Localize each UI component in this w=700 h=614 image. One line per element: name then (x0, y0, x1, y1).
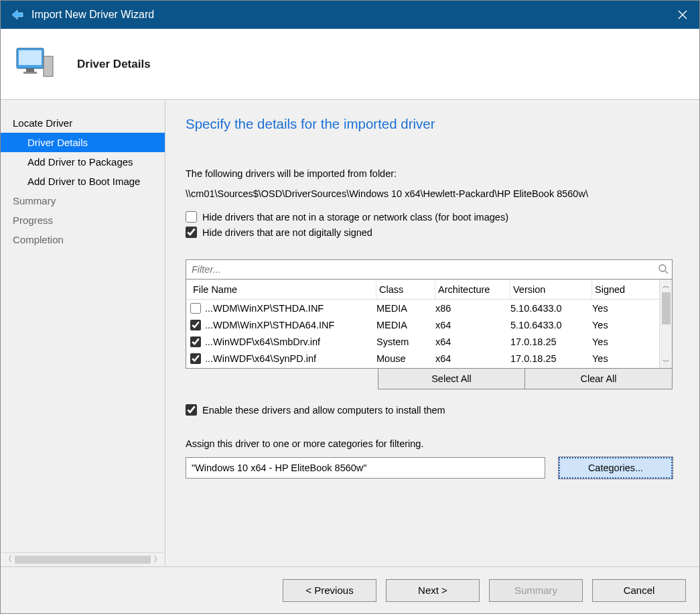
source-path: \\cm01\Sources$\OSD\DriverSources\Window… (186, 188, 673, 199)
sidebar-item-add-to-boot[interactable]: Add Driver to Boot Image (1, 172, 165, 191)
row-class: MEDIA (376, 320, 435, 330)
row-signed: Yes (592, 320, 646, 330)
hide-non-storage-checkbox[interactable] (186, 211, 197, 223)
row-arch: x86 (435, 303, 510, 314)
col-class[interactable]: Class (376, 280, 435, 299)
svg-point-5 (659, 265, 666, 271)
sidebar-item-progress[interactable]: Progress (1, 210, 165, 230)
hide-unsigned-label: Hide drivers that are not digitally sign… (202, 227, 372, 238)
row-checkbox[interactable] (190, 303, 201, 314)
row-checkbox[interactable] (190, 353, 201, 364)
svg-rect-4 (44, 56, 53, 76)
hide-unsigned-checkbox[interactable] (186, 227, 197, 238)
row-file: ...WinWDF\x64\SynPD.inf (205, 353, 316, 364)
sidebar-item-locate-driver[interactable]: Locate Driver (1, 113, 165, 133)
hide-non-storage-row[interactable]: Hide drivers that are not in a storage o… (186, 211, 673, 223)
table-header: File Name Class Architecture Version Sig… (186, 280, 659, 300)
titlebar: Import New Driver Wizard (1, 1, 699, 29)
row-checkbox[interactable] (190, 320, 201, 330)
table-row[interactable]: ...WDM\WinXP\STHDA64.INFMEDIAx645.10.643… (186, 316, 659, 333)
wizard-body: Locate Driver Driver Details Add Driver … (1, 100, 699, 566)
categories-field[interactable] (186, 457, 545, 479)
enable-row[interactable]: Enable these drivers and allow computers… (186, 404, 673, 416)
row-signed: Yes (592, 303, 646, 314)
row-class: Mouse (376, 353, 435, 364)
table-scrollbar[interactable]: ︿ ﹀ (659, 280, 672, 368)
row-file: ...WDM\WinXP\STHDA64.INF (205, 320, 334, 330)
summary-button: Summary (489, 579, 583, 602)
row-version: 5.10.6433.0 (510, 320, 592, 330)
scroll-right-icon[interactable]: 〉 (153, 554, 161, 565)
banner-title: Driver Details (77, 58, 151, 71)
close-icon[interactable] (675, 7, 690, 22)
previous-button[interactable]: < Previous (283, 579, 376, 602)
cancel-button[interactable]: Cancel (592, 579, 686, 602)
col-arch[interactable]: Architecture (435, 280, 510, 299)
svg-rect-1 (19, 50, 42, 65)
enable-checkbox[interactable] (186, 404, 197, 416)
table-row[interactable]: ...WDM\WinXP\STHDA.INFMEDIAx865.10.6433.… (186, 300, 659, 316)
filter-box (186, 259, 673, 280)
filter-input[interactable] (186, 260, 654, 279)
row-class: MEDIA (376, 303, 435, 314)
sidebar-scrollbar[interactable]: 〈 〉 (1, 552, 164, 566)
row-version: 17.0.18.25 (510, 353, 592, 364)
row-arch: x64 (435, 336, 510, 347)
row-arch: x64 (435, 320, 510, 330)
row-class: System (376, 336, 435, 347)
page-heading: Specify the details for the imported dri… (186, 116, 673, 132)
col-version[interactable]: Version (510, 280, 592, 299)
sidebar-item-driver-details[interactable]: Driver Details (1, 133, 165, 152)
col-file[interactable]: File Name (190, 280, 376, 299)
wizard-window: Import New Driver Wizard Driver Details … (0, 0, 700, 614)
search-icon[interactable] (654, 263, 672, 276)
enable-label: Enable these drivers and allow computers… (202, 405, 445, 416)
table-row[interactable]: ...WinWDF\x64\SynPD.infMousex6417.0.18.2… (186, 350, 659, 367)
table-row[interactable]: ...WinWDF\x64\SmbDrv.infSystemx6417.0.18… (186, 333, 659, 350)
banner: Driver Details (1, 29, 699, 100)
sidebar-item-completion[interactable]: Completion (1, 230, 165, 249)
row-file: ...WDM\WinXP\STHDA.INF (205, 303, 324, 314)
row-signed: Yes (592, 353, 646, 364)
row-version: 17.0.18.25 (510, 336, 592, 347)
next-button[interactable]: Next > (386, 579, 480, 602)
scroll-down-icon[interactable]: ﹀ (662, 357, 670, 367)
footer: < Previous Next > Summary Cancel (1, 566, 699, 613)
window-title: Import New Driver Wizard (31, 9, 154, 21)
assign-label: Assign this driver to one or more catego… (186, 438, 673, 449)
categories-button[interactable]: Categories... (559, 457, 673, 479)
svg-line-6 (665, 271, 668, 273)
row-file: ...WinWDF\x64\SmbDrv.inf (205, 336, 320, 347)
row-arch: x64 (435, 353, 510, 364)
select-all-button[interactable]: Select All (378, 368, 525, 389)
categories-row: Categories... (186, 457, 673, 479)
scroll-thumb[interactable] (662, 292, 671, 324)
intro-text: The following drivers will be imported f… (186, 168, 673, 179)
clear-all-button[interactable]: Clear All (525, 368, 673, 389)
hide-non-storage-label: Hide drivers that are not in a storage o… (202, 212, 508, 223)
hide-unsigned-row[interactable]: Hide drivers that are not digitally sign… (186, 227, 673, 238)
svg-rect-3 (23, 72, 37, 74)
scroll-up-icon[interactable]: ︿ (662, 281, 670, 291)
drivers-table: File Name Class Architecture Version Sig… (186, 279, 673, 369)
sidebar-item-add-to-packages[interactable]: Add Driver to Packages (1, 152, 165, 172)
sidebar-item-summary[interactable]: Summary (1, 191, 165, 210)
row-version: 5.10.6433.0 (510, 303, 592, 314)
row-checkbox[interactable] (190, 336, 201, 347)
row-signed: Yes (592, 336, 646, 347)
col-signed[interactable]: Signed (592, 280, 646, 299)
wizard-icon (10, 7, 25, 22)
sidebar: Locate Driver Driver Details Add Driver … (1, 100, 165, 566)
scroll-left-icon[interactable]: 〈 (4, 554, 12, 565)
select-buttons: Select All Clear All (378, 368, 673, 389)
svg-rect-2 (26, 68, 34, 72)
monitor-icon (14, 43, 57, 86)
content-pane: Specify the details for the imported dri… (165, 100, 699, 566)
